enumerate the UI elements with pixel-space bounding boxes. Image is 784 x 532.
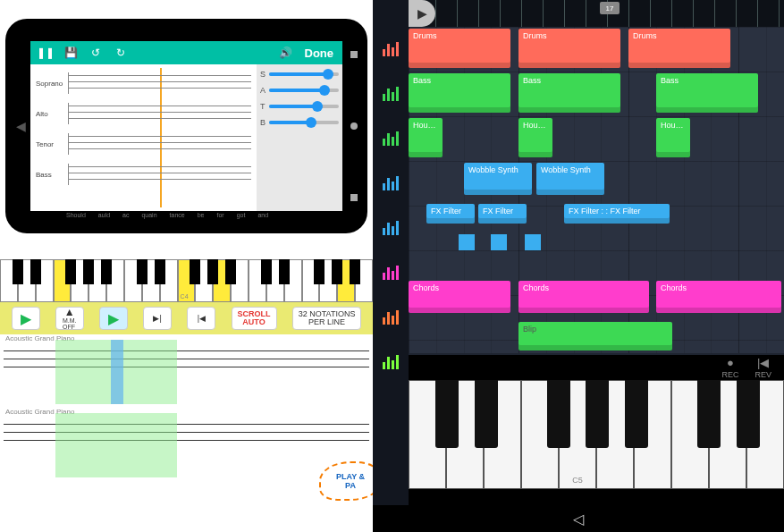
clip-chords[interactable]: Chords — [518, 281, 649, 313]
track-header[interactable] — [373, 161, 409, 206]
clip-fx-long[interactable]: FX Filter : : FX Filter — [564, 204, 670, 224]
clip-fragment[interactable] — [525, 234, 541, 250]
clip-fragment[interactable] — [459, 234, 475, 250]
mixer-slider-T[interactable]: T — [260, 102, 339, 111]
play-selection-button[interactable]: ▶ — [99, 307, 128, 330]
clip-hou[interactable]: Hou… — [518, 118, 552, 157]
record-button[interactable]: ●REC — [721, 356, 738, 379]
prev-button[interactable]: |◀ — [187, 307, 215, 330]
clip-wobble-synth[interactable]: Wobble Synth — [536, 163, 604, 195]
back-nav-icon[interactable]: ◁ — [573, 511, 584, 528]
clip-chords[interactable]: Chords — [409, 281, 510, 313]
clip-fx[interactable]: FX Filter — [426, 204, 475, 224]
voice-label-alto: Alto — [36, 110, 63, 118]
clip-bass[interactable]: Bass — [656, 73, 758, 113]
mixer-slider-S[interactable]: S — [260, 70, 339, 79]
playhead-column[interactable] — [111, 340, 123, 404]
daw-piano-panel: ●REC |◀REV C5 — [409, 355, 784, 505]
metronome-button[interactable]: ▲ M.M. OFF — [55, 307, 84, 330]
voice-label-soprano: Soprano — [36, 80, 63, 88]
clip-drums[interactable]: Drums — [409, 29, 510, 68]
play-button[interactable]: ▶ — [12, 307, 40, 330]
clip-drums[interactable]: Drums — [628, 29, 730, 68]
piano-notation-app: C4 ▶ ▲ M.M. OFF ▶ ▶| |◀ SCROLLAUTO 32 NO… — [0, 259, 373, 532]
next-button[interactable]: ▶| — [143, 307, 172, 330]
redo-icon[interactable]: ↻ — [114, 46, 127, 59]
score-staves[interactable]: Soprano Alto Tenor Bass Shouldauldacquai… — [30, 64, 257, 211]
clip-wobble-synth[interactable]: Wobble Synth — [464, 163, 532, 195]
daw-ruler-bar: ▶ 17 — [409, 0, 784, 27]
track-header-column — [373, 0, 409, 505]
phone-top-toolbar: ❚❚ 💾 ↺ ↻ 🔊 Done — [30, 41, 342, 64]
mini-keyboard[interactable]: C4 — [0, 259, 373, 302]
volume-icon[interactable]: 🔊 — [280, 46, 292, 59]
clip-hou[interactable]: Hou… — [409, 118, 443, 157]
done-button[interactable]: Done — [305, 46, 334, 60]
pause-icon[interactable]: ❚❚ — [39, 46, 52, 59]
track-header[interactable] — [373, 116, 409, 161]
track-header[interactable] — [373, 72, 409, 116]
mixer-slider-A[interactable]: A — [260, 86, 339, 95]
clip-blip[interactable]: Blip — [518, 322, 672, 350]
save-icon[interactable]: 💾 — [64, 46, 77, 59]
daw-keyboard[interactable]: C5 — [409, 380, 784, 489]
scroll-mode-button[interactable]: SCROLLAUTO — [232, 307, 277, 330]
reverse-button[interactable]: |◀REV — [754, 356, 771, 379]
clip-chords[interactable]: Chords — [656, 281, 781, 313]
clip-timeline[interactable]: Drums Drums Drums Bass Bass Bass Hou… Ho… — [409, 27, 784, 353]
track-header[interactable] — [373, 206, 409, 250]
notations-per-line-button[interactable]: 32 NOTATIONSPER LINE — [292, 307, 362, 330]
timeline-ruler[interactable]: 17 — [435, 0, 784, 27]
clip-bass[interactable]: Bass — [518, 73, 620, 113]
clip-fragment[interactable] — [491, 234, 507, 250]
piano-toolbar: ▶ ▲ M.M. OFF ▶ ▶| |◀ SCROLLAUTO 32 NOTAT… — [0, 302, 373, 334]
clip-bass[interactable]: Bass — [409, 73, 510, 113]
track-header[interactable] — [373, 295, 409, 340]
clip-drums[interactable]: Drums — [518, 29, 620, 68]
score-view[interactable]: Acoustic Grand Piano Acoustic Grand Pian… — [0, 334, 373, 499]
position-marker[interactable]: 17 — [600, 2, 620, 14]
transport-play-button[interactable]: ▶ — [409, 0, 435, 27]
track-header[interactable] — [373, 27, 409, 72]
phone-mockup: ◀ ❚❚ 💾 ↺ ↻ 🔊 Done Soprano — [0, 0, 373, 252]
phone-back-icon: ◀ — [16, 119, 26, 133]
voice-mixer: SATB — [257, 64, 342, 211]
clip-hou[interactable]: Hou… — [656, 118, 690, 157]
voice-label-bass: Bass — [36, 171, 63, 179]
lyrics-row: Shouldauldacquaintancebeforgotand — [66, 212, 257, 218]
mixer-slider-B[interactable]: B — [260, 118, 339, 127]
android-nav-bar: ◁ — [373, 505, 784, 532]
voice-label-tenor: Tenor — [36, 140, 63, 148]
daw-app: ▶ 17 Drums Drums Drums Bass Bass Bass Ho… — [373, 0, 784, 505]
track-header[interactable] — [373, 340, 409, 384]
phone-hw-buttons — [346, 19, 362, 233]
clip-fx[interactable]: FX Filter — [478, 204, 527, 224]
undo-icon[interactable]: ↺ — [89, 46, 102, 59]
track-header[interactable] — [373, 250, 409, 295]
